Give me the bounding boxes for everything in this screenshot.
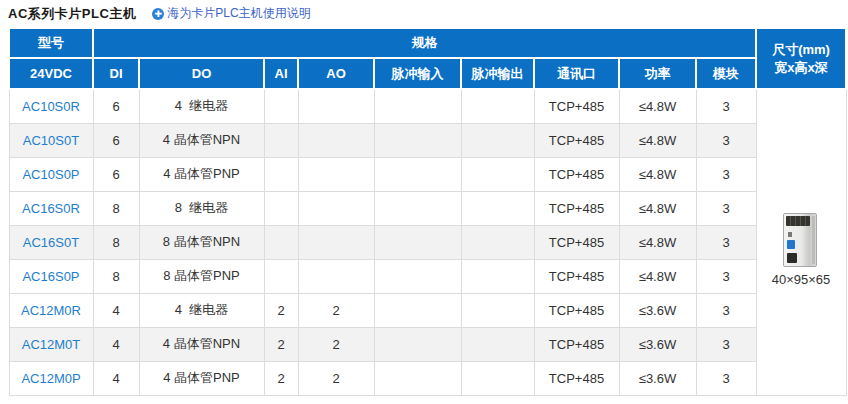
cell-ao (298, 123, 374, 157)
cell-ao (298, 191, 374, 225)
cell-di: 6 (93, 157, 139, 191)
cell-pulse_out (461, 89, 534, 123)
model-link[interactable]: AC12M0P (21, 371, 80, 386)
cell-module: 3 (696, 259, 756, 293)
cell-module: 3 (696, 123, 756, 157)
header-dimension-line1: 尺寸(mm) (757, 41, 845, 59)
page-title: AC系列卡片PLC主机 (8, 5, 136, 23)
cell-ai: 2 (264, 361, 298, 395)
cell-comm: TCP+485 (534, 123, 619, 157)
subheader-di: DI (93, 58, 139, 89)
cell-ao (298, 157, 374, 191)
model-link[interactable]: AC16S0R (22, 201, 80, 216)
cell-comm: TCP+485 (534, 293, 619, 327)
header-dimension-line2: 宽x高x深 (757, 59, 845, 77)
cell-ai (264, 123, 298, 157)
cell-do: 8 继电器 (139, 191, 264, 225)
cell-power: ≤4.8W (619, 89, 696, 123)
table-header: 型号 规格 尺寸(mm) 宽x高x深 24VDCDIDOAIAO脉冲输入脉冲输出… (9, 28, 846, 89)
cell-ai (264, 157, 298, 191)
subheader-power: 功率 (619, 58, 696, 89)
cell-pulse_out (461, 361, 534, 395)
plc-vent-shape (786, 216, 810, 226)
model-link[interactable]: AC12M0T (22, 337, 81, 352)
cell-module: 3 (696, 89, 756, 123)
cell-ao (298, 225, 374, 259)
cell-model: AC10S0T (9, 123, 93, 157)
cell-ao (298, 259, 374, 293)
cell-pulse_out (461, 327, 534, 361)
model-link[interactable]: AC16S0P (22, 269, 79, 284)
subheader-ai: AI (264, 58, 298, 89)
cell-comm: TCP+485 (534, 191, 619, 225)
cell-ai (264, 191, 298, 225)
cell-module: 3 (696, 157, 756, 191)
usage-doc-link-label: 海为卡片PLC主机使用说明 (167, 5, 310, 22)
cell-di: 4 (93, 293, 139, 327)
plc-product-image (778, 212, 824, 268)
subheader-ao: AO (298, 58, 374, 89)
cell-power: ≤3.6W (619, 327, 696, 361)
cell-model: AC16S0P (9, 259, 93, 293)
usage-doc-link[interactable]: ✚ 海为卡片PLC主机使用说明 (152, 5, 310, 22)
cell-ao (298, 89, 374, 123)
table-row: AC12M0R44 继电器22TCP+485≤3.6W3 (9, 293, 846, 327)
cell-ao: 2 (298, 293, 374, 327)
subheader-comm: 通讯口 (534, 58, 619, 89)
cell-pulse_out (461, 225, 534, 259)
subheader-module: 模块 (696, 58, 756, 89)
cell-power: ≤4.8W (619, 191, 696, 225)
cell-ai (264, 259, 298, 293)
cell-model: AC12M0T (9, 327, 93, 361)
table-body: AC10S0R64 继电器TCP+485≤4.8W3 40×95×65 AC10… (9, 89, 846, 395)
table-row: AC10S0R64 继电器TCP+485≤4.8W3 40×95×65 (9, 89, 846, 123)
model-link[interactable]: AC12M0R (21, 303, 81, 318)
cell-ao: 2 (298, 361, 374, 395)
header-dimension: 尺寸(mm) 宽x高x深 (756, 28, 846, 89)
table-row: AC16S0R88 继电器TCP+485≤4.8W3 (9, 191, 846, 225)
cell-power: ≤3.6W (619, 361, 696, 395)
cell-pulse_in (374, 89, 461, 123)
cell-model: AC10S0R (9, 89, 93, 123)
table-row: AC16S0P88 晶体管PNPTCP+485≤4.8W3 (9, 259, 846, 293)
cell-do: 4 晶体管PNP (139, 157, 264, 191)
subheader-model: 24VDC (9, 58, 93, 89)
cell-module: 3 (696, 327, 756, 361)
cell-pulse_in (374, 361, 461, 395)
header-model: 型号 (9, 28, 93, 58)
model-link[interactable]: AC10S0R (22, 99, 80, 114)
cell-model: AC10S0P (9, 157, 93, 191)
model-link[interactable]: AC10S0T (23, 133, 79, 148)
plc-led-shape (788, 232, 792, 237)
header-spec: 规格 (93, 28, 756, 58)
cell-do: 4 晶体管NPN (139, 123, 264, 157)
model-link[interactable]: AC16S0T (23, 235, 79, 250)
cell-pulse_in (374, 293, 461, 327)
cell-di: 6 (93, 123, 139, 157)
model-link[interactable]: AC10S0P (22, 167, 79, 182)
topbar: AC系列卡片PLC主机 ✚ 海为卡片PLC主机使用说明 (0, 0, 848, 27)
cell-pulse_out (461, 293, 534, 327)
cell-model: AC12M0P (9, 361, 93, 395)
cell-do: 4 继电器 (139, 89, 264, 123)
cell-do: 4 晶体管PNP (139, 361, 264, 395)
cell-pulse_out (461, 123, 534, 157)
cell-pulse_in (374, 157, 461, 191)
cell-pulse_out (461, 259, 534, 293)
cell-power: ≤4.8W (619, 225, 696, 259)
cell-di: 6 (93, 89, 139, 123)
table-row: AC10S0P64 晶体管PNPTCP+485≤4.8W3 (9, 157, 846, 191)
subheader-pulse_out: 脉冲输出 (461, 58, 534, 89)
cell-pulse_out (461, 157, 534, 191)
cell-module: 3 (696, 293, 756, 327)
spec-table: 型号 规格 尺寸(mm) 宽x高x深 24VDCDIDOAIAO脉冲输入脉冲输出… (8, 27, 847, 396)
cell-module: 3 (696, 191, 756, 225)
cell-ai: 2 (264, 327, 298, 361)
cell-power: ≤4.8W (619, 123, 696, 157)
cell-pulse_in (374, 327, 461, 361)
cell-ai (264, 225, 298, 259)
cell-ai: 2 (264, 293, 298, 327)
cell-di: 4 (93, 361, 139, 395)
cell-pulse_in (374, 123, 461, 157)
cell-pulse_out (461, 191, 534, 225)
